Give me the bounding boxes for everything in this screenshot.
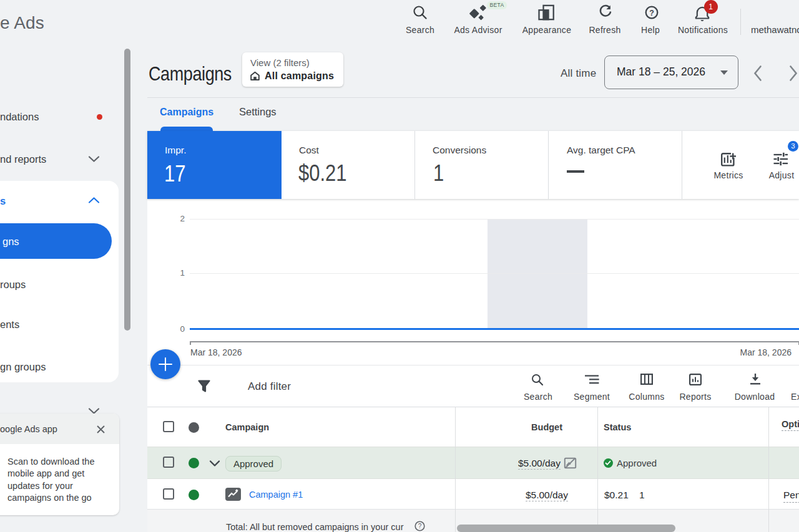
svg-text:?: ? (418, 523, 422, 530)
